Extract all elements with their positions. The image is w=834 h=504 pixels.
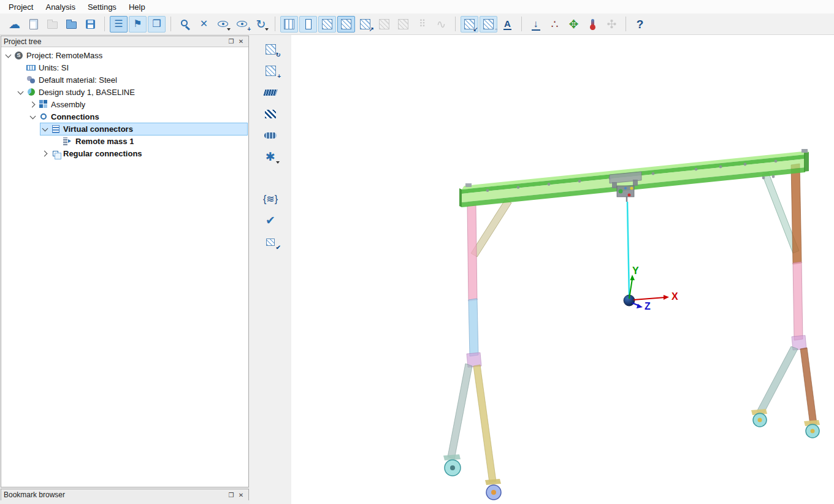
- menu-settings[interactable]: Settings: [82, 1, 123, 13]
- expander-icon[interactable]: [28, 112, 37, 121]
- open-project-button[interactable]: [63, 16, 80, 32]
- left-post-upper[interactable]: [467, 205, 477, 301]
- help-button[interactable]: ?: [631, 16, 649, 32]
- dimension-button[interactable]: A: [499, 16, 516, 32]
- tree-item-regular-connections[interactable]: Regular connections: [1, 147, 248, 159]
- menu-help[interactable]: Help: [123, 1, 151, 13]
- right-rear-caster[interactable]: [751, 409, 767, 427]
- fit-view-button: ✣: [603, 16, 621, 32]
- gantry-crane-model[interactable]: Y X Z: [291, 35, 834, 504]
- rotate-view-button[interactable]: ↻: [252, 16, 270, 32]
- assembly-icon: [38, 100, 48, 109]
- check-connections-button[interactable]: ✔: [261, 212, 280, 229]
- toolbar-separator: [521, 17, 522, 31]
- copy-hatch-button[interactable]: ▫: [480, 16, 497, 32]
- fillet-weld-button[interactable]: [261, 105, 280, 122]
- tree-item-remote-mass[interactable]: Remote mass 1: [1, 135, 248, 147]
- x-axis-label: X: [671, 291, 678, 302]
- import-hatch-button[interactable]: ↙: [461, 16, 478, 32]
- hide-show-button[interactable]: [214, 16, 232, 32]
- right-rear-leg[interactable]: [757, 346, 798, 414]
- selected-row-highlight[interactable]: Virtual connectors: [40, 123, 247, 135]
- virtual-connectors-icon: [50, 124, 61, 134]
- expander-icon[interactable]: [40, 124, 50, 133]
- beam-left-end-cap: [459, 188, 462, 207]
- add-connections-button[interactable]: +: [261, 63, 280, 79]
- show-shaded-toggle[interactable]: [318, 16, 336, 32]
- hoist-detail-yellow: [630, 187, 633, 190]
- update-connections-button[interactable]: ↻: [261, 41, 280, 58]
- hatch-arrow-button[interactable]: ↗: [356, 16, 374, 32]
- find-button[interactable]: [176, 16, 194, 32]
- toolbar-separator: [170, 17, 171, 31]
- seam-weld-button[interactable]: [261, 84, 280, 101]
- right-front-leg[interactable]: [800, 348, 817, 425]
- tree-item-assembly[interactable]: Assembly: [1, 98, 248, 110]
- dropdown-arrow-icon[interactable]: [227, 28, 231, 31]
- striped-panel-icon: [284, 19, 294, 29]
- left-rear-leg[interactable]: [448, 364, 472, 459]
- stamp-a-button: [375, 16, 393, 32]
- dropdown-arrow-icon[interactable]: [276, 161, 280, 164]
- tree-item-design-study[interactable]: Design study 1, BASELINE: [1, 86, 248, 98]
- tree-item-project[interactable]: S Project: RemoteMass: [1, 49, 248, 61]
- expander-slot: [16, 75, 25, 84]
- import-results-button[interactable]: ↓: [527, 16, 545, 32]
- hoist-cable[interactable]: [627, 202, 629, 296]
- show-all-button[interactable]: +: [233, 16, 251, 32]
- measure-button[interactable]: ✕: [195, 16, 213, 32]
- tree-item-connections[interactable]: Connections: [1, 110, 248, 123]
- check-all-connections-button[interactable]: ✔: [261, 234, 280, 250]
- bookmark-browser-toggle[interactable]: ❒: [148, 16, 166, 32]
- hatch-icon: [266, 66, 276, 76]
- show-mesh-toggle[interactable]: [280, 16, 298, 32]
- edge-weld-button[interactable]: [261, 127, 280, 143]
- edge-weld-icon: [264, 132, 277, 139]
- project-tree: S Project: RemoteMass Units: SI Default …: [1, 47, 248, 487]
- save-project-button[interactable]: [82, 16, 99, 32]
- design-study-icon: [26, 88, 36, 97]
- viewport-3d[interactable]: Y X Z: [291, 35, 834, 504]
- show-outline-toggle[interactable]: [299, 16, 317, 32]
- left-post-lower[interactable]: [469, 299, 478, 356]
- new-project-button[interactable]: [25, 16, 42, 32]
- right-front-caster[interactable]: [804, 420, 820, 438]
- float-panel-button[interactable]: ❐: [226, 491, 236, 500]
- menu-analysis[interactable]: Analysis: [39, 1, 81, 13]
- cloud-icon[interactable]: ☁: [6, 16, 23, 32]
- display-toggle[interactable]: ⚑: [129, 16, 147, 32]
- right-post-upper[interactable]: [791, 164, 801, 264]
- expander-icon[interactable]: [40, 149, 50, 158]
- left-front-leg[interactable]: [473, 365, 496, 483]
- move-tool-button[interactable]: ✥: [565, 16, 583, 32]
- tree-item-units[interactable]: Units: SI: [1, 61, 248, 74]
- spot-welds-button[interactable]: ∴: [546, 16, 564, 32]
- float-panel-button[interactable]: ❐: [226, 37, 236, 46]
- spring-connector-button[interactable]: {≋}: [261, 191, 280, 207]
- connector-tool-strip: ↻ + ✱ {≋} ✔ ✔: [250, 35, 291, 504]
- right-frame[interactable]: [751, 164, 820, 438]
- dropdown-arrow-icon[interactable]: [265, 28, 269, 31]
- beam-end-stop: [801, 149, 808, 153]
- right-post-lower[interactable]: [793, 262, 803, 340]
- show-hatch-toggle[interactable]: [337, 16, 355, 32]
- left-frame[interactable]: [443, 199, 511, 500]
- spot-weld-button[interactable]: ✱: [261, 148, 280, 165]
- expander-icon[interactable]: [16, 88, 25, 96]
- left-rear-caster[interactable]: [443, 454, 461, 476]
- close-panel-button[interactable]: ✕: [236, 491, 246, 500]
- hatch-icon: [379, 19, 389, 29]
- thermal-button[interactable]: [584, 16, 602, 32]
- eye-icon: [218, 21, 228, 27]
- project-tree-toggle[interactable]: ☰: [110, 16, 128, 32]
- check-overlay: ✔: [276, 245, 281, 251]
- tree-item-default-material[interactable]: Default material: Steel: [1, 74, 248, 86]
- left-diagonal-brace[interactable]: [471, 199, 511, 257]
- expander-icon[interactable]: [4, 51, 13, 59]
- close-panel-button[interactable]: ✕: [236, 37, 246, 46]
- tree-item-virtual-connectors[interactable]: Virtual connectors: [1, 123, 248, 135]
- menu-project[interactable]: Project: [2, 1, 39, 13]
- expander-icon[interactable]: [28, 100, 37, 109]
- list-icon: ☰: [114, 19, 123, 29]
- left-front-caster[interactable]: [485, 479, 501, 500]
